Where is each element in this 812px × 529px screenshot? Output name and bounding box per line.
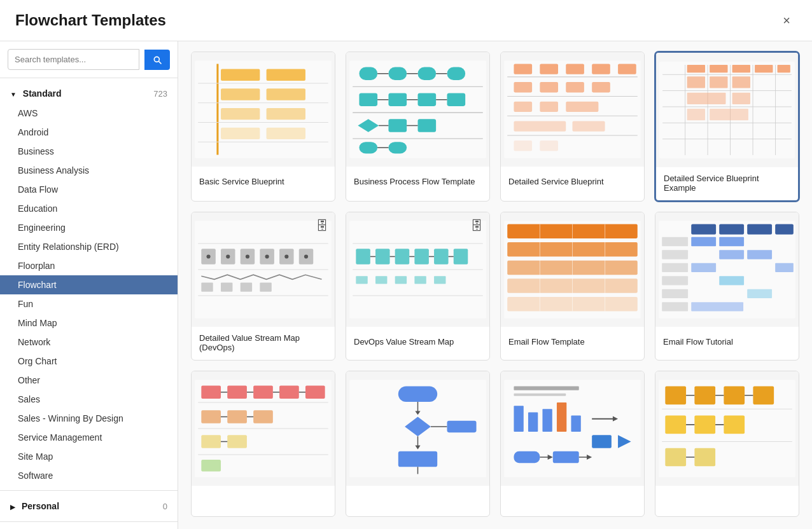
svg-rect-96 <box>241 282 252 291</box>
close-button[interactable]: × <box>776 10 797 31</box>
svg-rect-55 <box>540 102 558 112</box>
svg-rect-136 <box>747 224 772 234</box>
standard-label: Standard <box>23 88 62 99</box>
database-icon: 🗄 <box>316 219 328 233</box>
template-card-email-flow-tutorial[interactable]: Email Flow Tutorial <box>655 212 799 361</box>
search-button[interactable] <box>144 50 170 70</box>
template-thumb <box>501 52 644 167</box>
template-card-detailed-service-blueprint-example[interactable]: Detailed Service Blueprint Example <box>655 52 799 202</box>
svg-point-98 <box>207 254 211 258</box>
template-card-business-process-flow[interactable]: Business Process Flow Template <box>346 52 490 202</box>
template-label: Detailed Service Blueprint <box>501 167 644 197</box>
svg-rect-27 <box>418 93 437 106</box>
svg-rect-80 <box>687 93 726 104</box>
svg-rect-49 <box>618 64 636 74</box>
sidebar-item-aws[interactable]: AWS <box>0 104 178 123</box>
svg-rect-19 <box>388 67 407 80</box>
thumb-svg <box>192 371 335 486</box>
svg-rect-201 <box>553 451 579 463</box>
template-thumb <box>501 371 644 486</box>
sidebar-item-android[interactable]: Android <box>0 123 178 142</box>
sidebar-item-site-map[interactable]: Site Map <box>0 447 178 466</box>
svg-rect-192 <box>557 402 566 432</box>
svg-rect-57 <box>514 121 566 131</box>
svg-rect-51 <box>540 82 558 92</box>
sidebar-item-flowchart[interactable]: Flowchart <box>0 275 178 294</box>
template-label: Detailed Value Stream Map (DevOps) <box>192 327 335 360</box>
sidebar-item-network[interactable]: Network <box>0 333 178 352</box>
main-content: Basic Service Blueprint <box>178 41 812 529</box>
personal-label: Personal <box>22 501 59 511</box>
sidebar-item-floorplan[interactable]: Floorplan <box>0 256 178 275</box>
template-card-email-flow-template[interactable]: Email Flow Template <box>500 212 645 361</box>
template-card-row3-3[interactable] <box>500 371 645 517</box>
template-card-basic-service-blueprint[interactable]: Basic Service Blueprint <box>191 52 335 202</box>
template-card-detailed-service-blueprint[interactable]: Detailed Service Blueprint <box>500 52 645 202</box>
svg-rect-210 <box>753 387 774 405</box>
sidebar-item-data-flow[interactable]: Data Flow <box>0 180 178 199</box>
template-card-row3-2[interactable] <box>346 371 490 517</box>
template-card-row3-1[interactable] <box>191 371 335 517</box>
svg-rect-142 <box>662 289 688 298</box>
svg-rect-220 <box>694 448 715 467</box>
arrow-down-icon: ▼ <box>10 91 17 98</box>
standard-count: 723 <box>153 89 167 99</box>
sidebar-item-other[interactable]: Other <box>0 371 178 390</box>
template-card-devops-value-stream[interactable]: 🗄 <box>346 212 490 361</box>
svg-rect-74 <box>732 65 750 72</box>
svg-rect-48 <box>592 64 610 74</box>
template-thumb <box>346 52 489 167</box>
svg-rect-7 <box>267 108 305 120</box>
svg-rect-189 <box>514 406 523 432</box>
template-label <box>346 486 489 516</box>
template-label: Detailed Service Blueprint Example <box>656 167 798 200</box>
sidebar-item-education[interactable]: Education <box>0 199 178 218</box>
svg-rect-120 <box>375 276 387 284</box>
search-input[interactable] <box>8 49 139 70</box>
sidebar-item-fun[interactable]: Fun <box>0 294 178 313</box>
svg-rect-8 <box>221 128 260 139</box>
svg-rect-5 <box>267 88 305 100</box>
svg-rect-146 <box>719 250 744 259</box>
svg-rect-208 <box>694 387 715 405</box>
sidebar-item-business[interactable]: Business <box>0 142 178 161</box>
sidebar-section-standard: ▼ Standard 723 AWS Android Business Busi… <box>0 78 178 490</box>
svg-point-100 <box>246 254 249 258</box>
svg-point-102 <box>284 254 288 258</box>
template-thumb <box>192 52 335 167</box>
sidebar-category-personal[interactable]: ▶ Personal 0 <box>0 496 178 516</box>
svg-rect-37 <box>359 142 377 153</box>
svg-rect-134 <box>691 224 716 234</box>
svg-rect-209 <box>724 387 745 405</box>
svg-rect-9 <box>267 128 305 139</box>
svg-rect-158 <box>227 386 247 399</box>
sidebar-item-sales[interactable]: Sales <box>0 390 178 409</box>
svg-rect-79 <box>732 76 750 88</box>
svg-rect-174 <box>201 460 221 471</box>
modal-container: Flowchart Templates × ▼ Standard 723 <box>0 0 812 529</box>
sidebar-item-engineering[interactable]: Engineering <box>0 218 178 237</box>
svg-rect-75 <box>755 65 773 72</box>
sidebar-category-standard[interactable]: ▼ Standard 723 <box>0 83 178 104</box>
svg-rect-108 <box>356 249 370 264</box>
modal-body: ▼ Standard 723 AWS Android Business Busi… <box>0 41 812 529</box>
svg-rect-72 <box>687 65 705 72</box>
svg-rect-6 <box>221 108 260 120</box>
svg-rect-34 <box>418 119 437 132</box>
svg-rect-45 <box>514 64 532 74</box>
sidebar-item-org-chart[interactable]: Org Chart <box>0 352 178 371</box>
svg-rect-145 <box>719 237 744 246</box>
sidebar-item-service-management[interactable]: Service Management <box>0 428 178 447</box>
svg-rect-196 <box>592 435 612 448</box>
sidebar-item-software[interactable]: Software <box>0 466 178 485</box>
sidebar-item-entity-relationship[interactable]: Entity Relationship (ERD) <box>0 237 178 256</box>
svg-rect-113 <box>454 249 468 264</box>
svg-rect-160 <box>279 386 299 399</box>
template-card-row3-4[interactable] <box>655 371 799 517</box>
sidebar-item-business-analysis[interactable]: Business Analysis <box>0 161 178 180</box>
sidebar-item-sales-winning[interactable]: Sales - Winning By Design <box>0 409 178 428</box>
sidebar-item-mind-map[interactable]: Mind Map <box>0 313 178 333</box>
svg-rect-148 <box>691 263 716 272</box>
template-thumb: 🗄 <box>346 212 489 327</box>
template-card-detailed-value-stream[interactable]: 🗄 <box>191 212 335 361</box>
